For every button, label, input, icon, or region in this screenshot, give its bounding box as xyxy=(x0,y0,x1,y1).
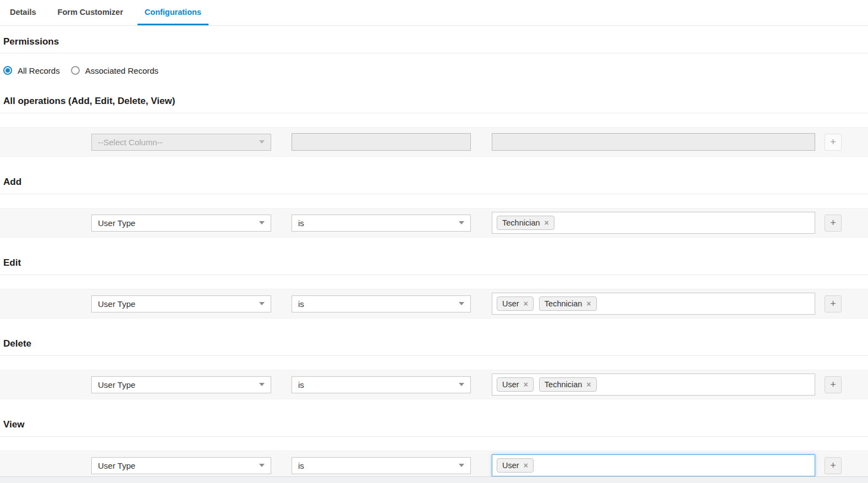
tab-bar: DetailsForm CustomizerConfigurations xyxy=(0,0,868,26)
section-divider xyxy=(0,275,868,275)
criteria-row-edit: User TypeisUser×Technician×+ xyxy=(0,289,868,319)
remove-tag-icon[interactable]: × xyxy=(524,381,528,388)
condition-select[interactable]: is xyxy=(292,376,471,393)
value-tag-user: User× xyxy=(497,458,534,473)
radio-option-associated-records[interactable]: Associated Records xyxy=(71,66,158,75)
value-tag-label: Technician xyxy=(545,380,583,389)
column-select-value: User Type xyxy=(98,218,135,228)
section-heading-all-operations: All operations (Add, Edit, Delete, View) xyxy=(3,96,868,107)
horizontal-scrollbar-track[interactable] xyxy=(0,476,868,483)
chevron-down-icon xyxy=(459,464,464,467)
section-heading-view: View xyxy=(3,419,868,430)
chevron-down-icon xyxy=(259,302,265,305)
value-tag-technician: Technician× xyxy=(539,377,597,392)
value-tag-label: User xyxy=(502,299,519,308)
section-all-operations: All operations (Add, Edit, Delete, View)… xyxy=(0,96,868,157)
value-tag-label: Technician xyxy=(502,218,540,227)
condition-select[interactable]: is xyxy=(292,215,471,232)
tab-form-customizer[interactable]: Form Customizer xyxy=(51,0,130,25)
add-criteria-button[interactable]: + xyxy=(825,457,842,474)
section-edit: EditUser TypeisUser×Technician×+ xyxy=(0,257,868,319)
value-tag-technician: Technician× xyxy=(539,297,597,311)
section-heading-delete: Delete xyxy=(3,338,868,349)
column-select-value: User Type xyxy=(98,380,135,389)
value-tag-user: User× xyxy=(497,297,534,311)
chevron-down-icon xyxy=(459,302,464,305)
section-divider xyxy=(0,113,868,113)
value-tag-user: User× xyxy=(497,377,534,392)
add-criteria-button[interactable]: + xyxy=(825,295,842,312)
section-heading-edit: Edit xyxy=(3,257,868,268)
column-select-value: User Type xyxy=(98,461,135,470)
remove-tag-icon[interactable]: × xyxy=(524,300,528,308)
value-tag-label: User xyxy=(502,380,519,389)
radio-option-all-records[interactable]: All Records xyxy=(3,66,60,75)
value-tag-label: Technician xyxy=(545,299,583,308)
remove-tag-icon[interactable]: × xyxy=(586,381,591,388)
add-criteria-button[interactable]: + xyxy=(825,134,842,151)
permissions-heading: Permissions xyxy=(3,36,868,47)
chevron-down-icon xyxy=(459,221,464,224)
section-add: AddUser TypeisTechnician×+ xyxy=(0,177,868,238)
condition-select-value: is xyxy=(298,218,304,228)
condition-select xyxy=(292,133,471,151)
remove-tag-icon[interactable]: × xyxy=(586,300,591,308)
condition-select-value: is xyxy=(298,299,304,309)
condition-select-value: is xyxy=(298,461,304,470)
section-divider xyxy=(0,194,868,194)
section-heading-add: Add xyxy=(3,177,868,188)
radio-selected-icon[interactable] xyxy=(3,66,12,75)
condition-select[interactable]: is xyxy=(292,295,471,312)
add-criteria-button[interactable]: + xyxy=(825,376,842,393)
condition-select-value: is xyxy=(298,380,304,389)
column-select[interactable]: User Type xyxy=(91,376,271,393)
criteria-values-input[interactable]: User×Technician× xyxy=(492,374,815,396)
criteria-row-all-operations: --Select Column--+ xyxy=(0,127,868,157)
column-select-value: --Select Column-- xyxy=(98,138,163,147)
value-tag-technician: Technician× xyxy=(497,216,554,230)
chevron-down-icon xyxy=(259,221,265,224)
criteria-values-input[interactable]: User× xyxy=(492,454,815,476)
radio-option-label: Associated Records xyxy=(85,66,158,75)
remove-tag-icon[interactable]: × xyxy=(524,462,528,469)
tab-configurations[interactable]: Configurations xyxy=(138,0,208,25)
chevron-down-icon xyxy=(259,383,265,386)
configurations-panel: DetailsForm CustomizerConfigurations Per… xyxy=(0,0,868,483)
chevron-down-icon xyxy=(259,140,265,144)
criteria-sections: All operations (Add, Edit, Delete, View)… xyxy=(0,96,868,480)
radio-option-label: All Records xyxy=(18,66,60,75)
remove-tag-icon[interactable]: × xyxy=(545,219,549,227)
criteria-row-delete: User TypeisUser×Technician×+ xyxy=(0,370,868,399)
section-divider xyxy=(0,355,868,356)
criteria-values-input[interactable]: User×Technician× xyxy=(492,293,815,315)
criteria-row-add: User TypeisTechnician×+ xyxy=(0,208,868,238)
chevron-down-icon xyxy=(459,383,464,386)
radio-unselected-icon[interactable] xyxy=(71,66,80,75)
criteria-row-view: User TypeisUser×+ xyxy=(0,451,868,480)
column-select[interactable]: User Type xyxy=(91,215,271,232)
criteria-values-input[interactable]: Technician× xyxy=(492,212,815,234)
permissions-divider xyxy=(0,53,868,53)
column-select[interactable]: User Type xyxy=(91,457,271,474)
record-scope-radio-group: All RecordsAssociated Records xyxy=(3,65,868,76)
value-tag-label: User xyxy=(502,461,519,470)
chevron-down-icon xyxy=(259,464,265,467)
section-divider xyxy=(0,436,868,437)
column-select: --Select Column-- xyxy=(91,134,271,151)
column-select-value: User Type xyxy=(98,299,135,309)
condition-select[interactable]: is xyxy=(292,457,471,474)
criteria-values-input xyxy=(492,133,815,151)
column-select[interactable]: User Type xyxy=(91,295,271,312)
section-delete: DeleteUser TypeisUser×Technician×+ xyxy=(0,338,868,399)
section-view: ViewUser TypeisUser×+ xyxy=(0,419,868,480)
tab-details[interactable]: Details xyxy=(3,0,43,25)
add-criteria-button[interactable]: + xyxy=(825,215,842,232)
